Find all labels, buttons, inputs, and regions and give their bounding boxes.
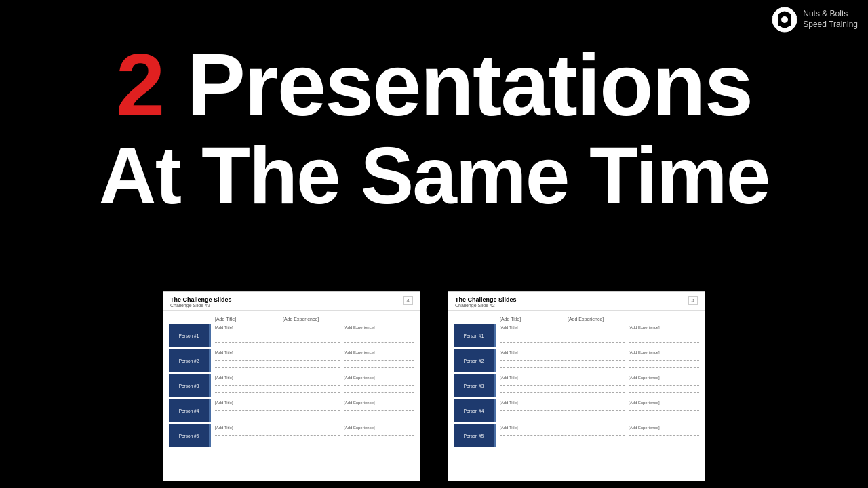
- main-title: 2 Presentations At The Same Time: [0, 41, 868, 216]
- exp-field: [Add Experience]: [340, 324, 414, 347]
- title-field: [Add Title]: [496, 349, 625, 372]
- person-box: Person #2: [169, 349, 211, 372]
- slide-row-1: Person #1 [Add Title] [Add Experience]: [169, 324, 414, 347]
- slide-row-5: Person #5 [Add Title] [Add Experience]: [169, 424, 414, 447]
- col-header-exp: [Add Experience]: [283, 317, 357, 321]
- field-dots-exp-2: [629, 413, 699, 418]
- exp-field: [Add Experience]: [625, 349, 699, 372]
- title-field: [Add Title]: [496, 399, 625, 422]
- person-box: Person #1: [169, 324, 211, 347]
- field-dots-2: [215, 413, 340, 418]
- col-header-title: [Add Title]: [500, 317, 568, 321]
- person-box: Person #1: [454, 324, 496, 347]
- field-dots-1: [215, 330, 340, 336]
- field-dots-exp-1: [629, 430, 699, 436]
- field-dots-2: [500, 413, 625, 418]
- exp-field: [Add Experience]: [340, 399, 414, 422]
- person-box: Person #5: [454, 424, 496, 447]
- field-dots-1: [500, 355, 625, 361]
- slide-preview-1: The Challenge Slides Challenge Slide #2 …: [163, 291, 420, 481]
- field-dots-2: [215, 438, 340, 443]
- logo-text: Nuts & Bolts Speed Training: [803, 9, 858, 30]
- slide-header-num: 4: [688, 296, 698, 305]
- field-label-title: [Add Title]: [215, 401, 340, 405]
- field-label-exp: [Add Experience]: [629, 350, 699, 354]
- title-number: 2: [116, 35, 163, 134]
- svg-point-2: [781, 16, 788, 23]
- field-dots-exp-1: [344, 355, 414, 361]
- field-dots-exp-2: [344, 438, 414, 443]
- exp-field: [Add Experience]: [625, 324, 699, 347]
- field-label-title: [Add Title]: [500, 401, 625, 405]
- field-dots-2: [500, 363, 625, 368]
- person-box: Person #5: [169, 424, 211, 447]
- field-dots-exp-1: [344, 380, 414, 386]
- exp-field: [Add Experience]: [625, 399, 699, 422]
- title-field: [Add Title]: [211, 324, 340, 347]
- slide-header-title: The Challenge Slides: [455, 296, 517, 303]
- title-field: [Add Title]: [211, 374, 340, 397]
- title-field: [Add Title]: [496, 374, 625, 397]
- person-box: Person #4: [169, 399, 211, 422]
- exp-field: [Add Experience]: [340, 349, 414, 372]
- field-label-exp: [Add Experience]: [344, 375, 414, 380]
- slide-row-3: Person #3 [Add Title] [Add Experience]: [169, 374, 414, 397]
- field-dots-2: [500, 438, 625, 443]
- field-dots-exp-2: [629, 363, 699, 368]
- field-dots-exp-1: [344, 430, 414, 436]
- field-dots-1: [500, 330, 625, 336]
- slide-header-sub: Challenge Slide #2: [170, 303, 232, 308]
- exp-field: [Add Experience]: [625, 424, 699, 447]
- field-label-exp: [Add Experience]: [629, 401, 699, 405]
- title-line2: At The Same Time: [0, 136, 868, 216]
- field-dots-2: [215, 388, 340, 393]
- field-label-exp: [Add Experience]: [629, 325, 699, 329]
- slide-row-3: Person #3 [Add Title] [Add Experience]: [454, 374, 699, 397]
- title-line1-rest: Presentations: [163, 35, 752, 134]
- slides-container: The Challenge Slides Challenge Slide #2 …: [0, 291, 868, 481]
- field-dots-exp-1: [344, 405, 414, 411]
- slide-row-1: Person #1 [Add Title] [Add Experience]: [454, 324, 699, 347]
- field-dots-exp-2: [344, 413, 414, 418]
- title-field: [Add Title]: [496, 424, 625, 447]
- slide-col-headers: [Add Title] [Add Experience]: [500, 317, 699, 321]
- field-dots-1: [500, 430, 625, 436]
- field-dots-exp-1: [629, 355, 699, 361]
- slide-content: [Add Title] [Add Experience] Person #1 […: [163, 311, 420, 455]
- logo-area: Nuts & Bolts Speed Training: [772, 7, 858, 33]
- field-label-title: [Add Title]: [500, 375, 625, 380]
- slide-row-2: Person #2 [Add Title] [Add Experience]: [454, 349, 699, 372]
- col-header-exp: [Add Experience]: [568, 317, 642, 321]
- logo-icon: [772, 7, 797, 33]
- field-dots-exp-2: [344, 338, 414, 343]
- title-field: [Add Title]: [496, 324, 625, 347]
- slide-header: The Challenge Slides Challenge Slide #2 …: [163, 292, 420, 311]
- field-dots-exp-1: [629, 380, 699, 386]
- field-dots-1: [215, 430, 340, 436]
- exp-field: [Add Experience]: [625, 374, 699, 397]
- field-dots-1: [215, 405, 340, 411]
- title-line1: 2 Presentations: [0, 41, 868, 129]
- slide-header: The Challenge Slides Challenge Slide #2 …: [448, 292, 705, 311]
- slide-header-title: The Challenge Slides: [170, 296, 232, 303]
- field-label-title: [Add Title]: [215, 350, 340, 354]
- field-label-exp: [Add Experience]: [344, 401, 414, 405]
- person-box: Person #3: [169, 374, 211, 397]
- field-label-title: [Add Title]: [500, 426, 625, 430]
- field-dots-exp-2: [344, 388, 414, 393]
- field-label-exp: [Add Experience]: [344, 325, 414, 329]
- field-label-exp: [Add Experience]: [344, 426, 414, 430]
- field-dots-2: [500, 388, 625, 393]
- slide-row-5: Person #5 [Add Title] [Add Experience]: [454, 424, 699, 447]
- slide-row-4: Person #4 [Add Title] [Add Experience]: [454, 399, 699, 422]
- field-dots-1: [215, 355, 340, 361]
- field-dots-1: [215, 380, 340, 386]
- person-box: Person #2: [454, 349, 496, 372]
- slide-header-num: 4: [403, 296, 413, 305]
- field-label-title: [Add Title]: [500, 325, 625, 329]
- exp-field: [Add Experience]: [340, 424, 414, 447]
- field-dots-1: [500, 405, 625, 411]
- field-dots-exp-2: [629, 338, 699, 343]
- field-label-title: [Add Title]: [215, 325, 340, 329]
- col-header-title: [Add Title]: [215, 317, 283, 321]
